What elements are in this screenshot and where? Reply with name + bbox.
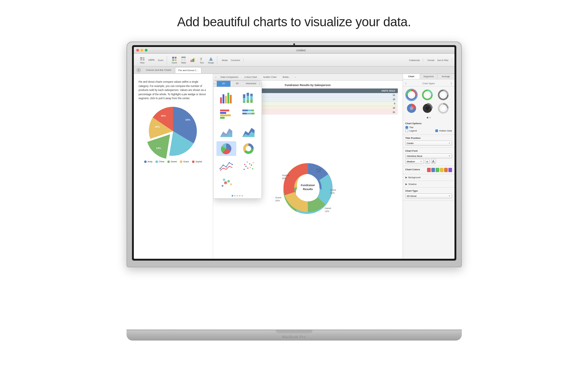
close-button[interactable] (136, 49, 139, 52)
picker-item-hbar[interactable] (216, 107, 236, 122)
styles-dot-1[interactable] (427, 117, 428, 118)
svg-rect-3 (143, 59, 144, 60)
chart-font-section: Chart Font Helvetica Neue ▼ Medium ▼ (403, 148, 454, 166)
picker-tab-2d[interactable]: 2D (217, 81, 230, 87)
picker-page-dots (213, 193, 262, 198)
format-button[interactable]: Format (426, 58, 435, 62)
right-tab-segments[interactable]: Segments (420, 74, 437, 79)
toolbar: View 150% Zoom Insert (134, 54, 454, 67)
styles-next-arrow[interactable]: › (451, 81, 452, 85)
view-button[interactable]: View (138, 56, 147, 64)
fullscreen-button[interactable] (145, 49, 148, 52)
chart-colors-section: Chart Colors (403, 166, 454, 174)
legend-grace: Grace (180, 161, 189, 163)
font-size-large-btn[interactable]: A (431, 159, 436, 164)
shape-icon (208, 56, 213, 61)
title-position-section: Title Position Center ▼ (403, 135, 454, 148)
laptop-base: MacBook Pro (127, 330, 462, 341)
hidden-data-checkbox[interactable] (435, 129, 438, 132)
right-tab-chart[interactable]: Chart (403, 74, 420, 79)
color-swatch-2[interactable] (431, 168, 435, 172)
insert-button[interactable]: Insert (170, 56, 179, 64)
picker-tab-interactive[interactable]: Interactive (244, 81, 258, 87)
color-swatch-5[interactable] (444, 168, 448, 172)
picker-dot-2[interactable] (234, 195, 236, 197)
picker-item-area-colored[interactable] (239, 124, 258, 139)
picker-item-scatter2[interactable] (216, 175, 236, 190)
color-swatch-4[interactable] (440, 168, 444, 172)
styles-dot-2[interactable] (429, 117, 431, 118)
picker-item-bar-stacked[interactable] (239, 90, 258, 105)
legend-checkbox[interactable] (405, 129, 408, 132)
right-tab-arrange[interactable]: Arrange (437, 74, 454, 79)
color-swatch-6[interactable] (448, 168, 452, 172)
legend-checkbox-label: Legend (409, 129, 417, 132)
color-swatch-3[interactable] (436, 168, 439, 172)
shadow-row[interactable]: ▶ Shadow (405, 183, 452, 186)
zoom-label: Zoom (158, 59, 163, 61)
picker-right-arrow[interactable]: › (258, 81, 261, 87)
background-expand-arrow[interactable]: ▶ (405, 176, 407, 179)
picker-item-line[interactable] (216, 158, 236, 173)
shape-button[interactable]: Shape (207, 56, 215, 64)
chart-tab-bubble[interactable]: Bubbi... (280, 75, 293, 79)
style-swatch-1[interactable] (405, 89, 418, 101)
add-sheet-button[interactable]: + (136, 68, 141, 73)
sheet-tab-column-bar[interactable]: Column and Bar Charts (143, 67, 175, 73)
picker-item-hbar-stacked[interactable] (239, 107, 258, 122)
text-button[interactable]: T Text (198, 56, 206, 64)
style-swatch-2[interactable] (421, 89, 433, 101)
chart-button[interactable] (188, 57, 197, 63)
svg-point-67 (223, 179, 225, 181)
svg-rect-27 (243, 98, 245, 101)
main-content: Pie and donut charts compare values with… (134, 74, 454, 259)
font-size-select[interactable]: Medium ▼ (405, 159, 424, 164)
table-button[interactable]: Table (179, 56, 188, 64)
background-row[interactable]: ▶ Background (405, 176, 452, 179)
color-swatches-container (427, 168, 452, 172)
media-button[interactable]: Media (220, 58, 229, 62)
chart-tabs-left-arrow[interactable]: ‹ (215, 76, 217, 79)
font-size-small-btn[interactable]: A (425, 159, 430, 164)
style-swatch-5[interactable] (421, 102, 433, 114)
chart-tabs-right-arrow[interactable]: › (294, 76, 296, 79)
insert-icon (172, 56, 177, 61)
style-swatch-4[interactable] (405, 102, 418, 114)
chart-tab-scatter[interactable]: Scatter Chart (261, 75, 279, 79)
svg-point-63 (222, 185, 223, 187)
picker-tab-3d[interactable]: 3D (230, 81, 244, 87)
sheet-tab-pie-donut[interactable]: Pie and Donut C... (175, 67, 201, 73)
picker-item-area[interactable] (216, 124, 236, 139)
minimize-button[interactable] (141, 49, 143, 52)
donut-wrapper: Fundraiser Results Andy 16% Chloe 21% Da… (270, 154, 346, 222)
comment-label: Comment (231, 59, 240, 61)
sort-filter-button[interactable]: Sort & Filter (436, 58, 450, 62)
picker-tabs: ‹ 2D 3D Interactive › (213, 81, 262, 87)
chart-tab-2axis[interactable]: 2-Axis Chart (242, 75, 259, 79)
title-position-select[interactable]: Center ▼ (405, 141, 452, 146)
font-size-arrow: ▼ (420, 161, 422, 162)
picker-item-donut[interactable] (239, 141, 258, 156)
picker-dot-4[interactable] (239, 195, 241, 197)
svg-rect-31 (247, 100, 249, 103)
style-swatch-6[interactable] (437, 102, 449, 114)
styles-prev-arrow[interactable]: ‹ (405, 81, 407, 85)
collaborate-button[interactable]: Collaborate (408, 58, 421, 62)
chart-font-select[interactable]: Helvetica Neue ▼ (405, 153, 452, 158)
color-swatch-1[interactable] (427, 168, 431, 172)
picker-item-pie[interactable] (216, 141, 236, 156)
chart-tab-data-comparison[interactable]: Data Comparison (218, 75, 241, 79)
style-swatch-3[interactable] (437, 89, 449, 101)
chart-type-select[interactable]: 2D Donut ▼ (405, 193, 452, 198)
picker-dot-3[interactable] (237, 195, 238, 197)
picker-item-scatter[interactable] (239, 158, 258, 173)
zoom-button[interactable]: Zoom (156, 58, 165, 62)
picker-item-bar-colored[interactable] (216, 90, 236, 105)
picker-left-arrow[interactable]: ‹ (213, 81, 217, 87)
title-checkbox[interactable] (405, 126, 408, 129)
shadow-expand-arrow[interactable]: ▶ (405, 183, 407, 186)
donut-grace-clean[interactable] (284, 192, 308, 212)
picker-dot-1[interactable] (232, 195, 233, 197)
picker-dot-5[interactable] (241, 195, 243, 197)
comment-button[interactable]: Comment (230, 58, 241, 62)
